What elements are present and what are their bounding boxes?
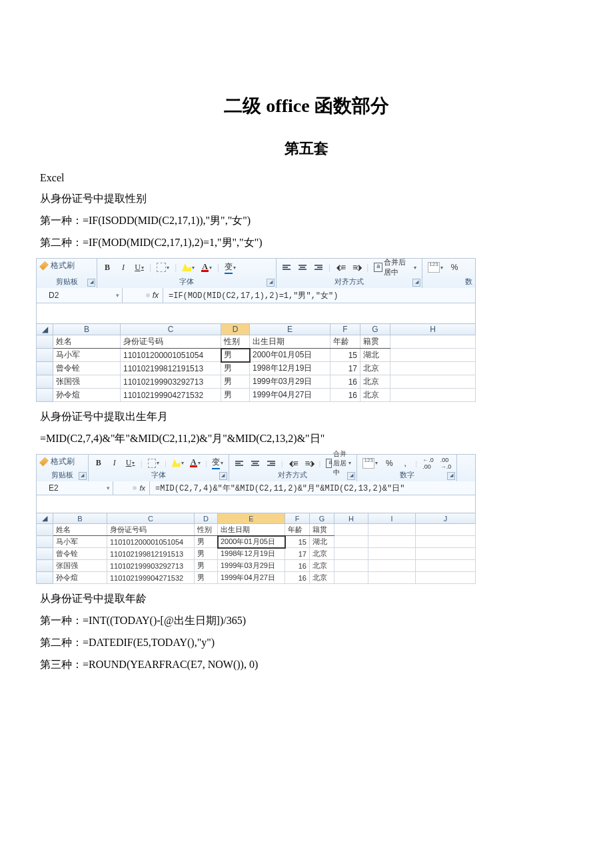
cell[interactable]: 男	[195, 548, 218, 560]
font-launcher-icon[interactable]: ◢	[267, 279, 275, 287]
cell[interactable]: 曾令铨	[53, 548, 107, 560]
increase-indent-button[interactable]: ≡⬗	[350, 262, 362, 273]
worksheet-grid[interactable]: ◢ B C D E F G H I J 姓名 身份证号码 性别 出生日期 年龄 …	[36, 513, 476, 584]
row-header[interactable]	[37, 349, 53, 362]
row-header[interactable]	[37, 572, 53, 584]
cell[interactable]	[416, 560, 476, 572]
increase-decimal-button[interactable]: ←.0.00	[421, 458, 435, 469]
col-B[interactable]: B	[53, 513, 107, 524]
cell-selected[interactable]: 男	[221, 349, 250, 362]
cell-selected[interactable]: 2000年01月05日	[218, 536, 285, 548]
border-button[interactable]	[147, 458, 161, 469]
worksheet-grid[interactable]: ◢ B C D E F G H 姓名 身份证号码 性别 出生日期 年龄 籍贯	[36, 323, 476, 402]
number-format-button[interactable]: 123	[426, 262, 444, 273]
bold-button[interactable]: B	[101, 262, 113, 273]
cell[interactable]: 1998年12月19日	[218, 548, 285, 560]
cell[interactable]: 2000年01月05日	[250, 349, 330, 362]
number-format-button[interactable]: 123	[361, 458, 379, 469]
cell[interactable]: 北京	[310, 548, 334, 560]
cell[interactable]	[390, 362, 476, 375]
decrease-decimal-button[interactable]: .00→.0	[439, 458, 453, 469]
cell[interactable]	[334, 560, 368, 572]
col-E[interactable]: E	[218, 513, 285, 524]
cell[interactable]: 16	[330, 375, 360, 389]
cell[interactable]: 张国强	[53, 375, 121, 389]
cell[interactable]: 1999年03月29日	[218, 560, 285, 572]
cell[interactable]	[368, 524, 416, 536]
row-header[interactable]	[37, 335, 53, 349]
cell[interactable]: 1999年04月27日	[250, 389, 330, 402]
cell[interactable]: 性别	[195, 524, 218, 536]
cell[interactable]: 北京	[360, 389, 390, 402]
col-H[interactable]: H	[334, 513, 368, 524]
cell[interactable]	[416, 524, 476, 536]
cell[interactable]: 17	[285, 548, 310, 560]
comma-button[interactable]: ,	[399, 458, 411, 469]
cell[interactable]: 110102199812191513	[121, 362, 221, 375]
name-box[interactable]: E2	[37, 481, 113, 495]
cell[interactable]: 男	[195, 572, 218, 584]
cell[interactable]: 110101200001051054	[107, 536, 195, 548]
row-header[interactable]	[37, 548, 53, 560]
cell[interactable]: 15	[285, 536, 310, 548]
formula-input[interactable]: =MID(C2,7,4)&"年"&MID(C2,11,2)&"月"&MID(C2…	[150, 481, 475, 495]
italic-button[interactable]: I	[117, 262, 129, 273]
font-color-button[interactable]: A	[189, 458, 202, 469]
cell[interactable]: 男	[221, 375, 250, 389]
row-header[interactable]	[37, 524, 53, 536]
col-D[interactable]: D	[221, 324, 250, 335]
cell[interactable]: 男	[195, 560, 218, 572]
decrease-indent-button[interactable]: ⬖≡	[287, 458, 299, 469]
font-color-button[interactable]: A	[200, 262, 213, 273]
cell[interactable]: 湖北	[360, 349, 390, 362]
cell[interactable]	[368, 548, 416, 560]
formula-input[interactable]: =IF(MOD(MID(C2,17,1),2)=1,"男","女")	[163, 288, 475, 303]
align-center-button[interactable]	[249, 458, 261, 469]
increase-indent-button[interactable]: ≡⬗	[303, 458, 315, 469]
cell[interactable]: 16	[285, 560, 310, 572]
col-J[interactable]: J	[416, 513, 476, 524]
cell[interactable]: 1998年12月19日	[250, 362, 330, 375]
cell[interactable]	[334, 536, 368, 548]
select-all[interactable]: ◢	[37, 324, 53, 335]
cell[interactable]: 曾令铨	[53, 362, 121, 375]
cell[interactable]	[416, 572, 476, 584]
cell[interactable]	[390, 389, 476, 402]
col-H[interactable]: H	[390, 324, 476, 335]
bold-button[interactable]: B	[93, 458, 105, 469]
cell[interactable]	[390, 335, 476, 349]
format-painter-button[interactable]: 格式刷	[37, 259, 97, 273]
cell[interactable]: 110102199903292713	[121, 375, 221, 389]
underline-button[interactable]: U	[133, 262, 145, 273]
align-center-button[interactable]	[297, 262, 308, 273]
cell[interactable]: 籍贯	[360, 335, 390, 349]
row-header[interactable]	[37, 536, 53, 548]
col-G[interactable]: G	[360, 324, 390, 335]
cell[interactable]	[334, 524, 368, 536]
cell[interactable]: 16	[330, 389, 360, 402]
cell[interactable]	[334, 548, 368, 560]
cell[interactable]: 男	[221, 362, 250, 375]
cell[interactable]: 北京	[310, 560, 334, 572]
cell[interactable]: 姓名	[53, 524, 107, 536]
cell[interactable]	[390, 375, 476, 389]
cell[interactable]: 身份证号码	[121, 335, 221, 349]
cell[interactable]	[368, 560, 416, 572]
row-header[interactable]	[37, 375, 53, 389]
cell[interactable]: 性别	[221, 335, 250, 349]
border-button[interactable]	[155, 262, 171, 273]
fx-button[interactable]: fx	[123, 288, 163, 303]
cell[interactable]: 北京	[360, 362, 390, 375]
cell[interactable]	[390, 349, 476, 362]
col-C[interactable]: C	[107, 513, 195, 524]
merge-center-button[interactable]: 合并后居中	[324, 458, 352, 469]
align-left-button[interactable]	[233, 458, 245, 469]
italic-button[interactable]: I	[109, 458, 121, 469]
cell[interactable]: 湖北	[310, 536, 334, 548]
phonetic-button[interactable]: 变	[211, 458, 225, 469]
cell[interactable]: 1999年04月27日	[218, 572, 285, 584]
cell[interactable]: 年龄	[285, 524, 310, 536]
align-right-button[interactable]	[312, 262, 324, 273]
fx-button[interactable]: fx	[113, 481, 150, 495]
cell[interactable]: 15	[330, 349, 360, 362]
